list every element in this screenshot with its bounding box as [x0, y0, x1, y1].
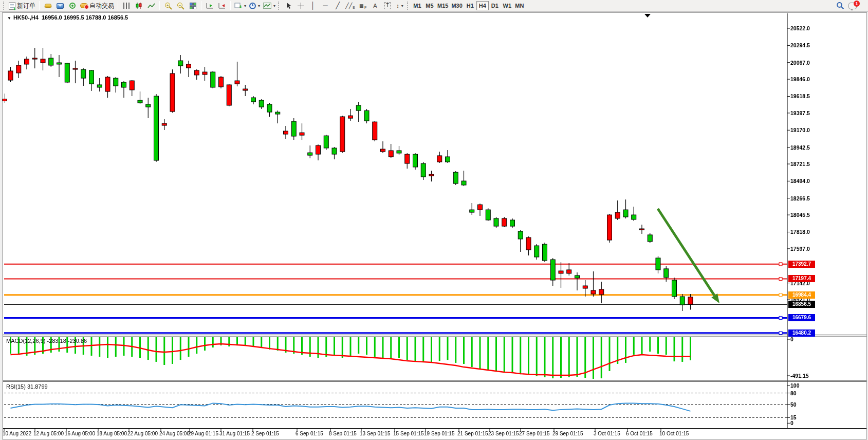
chat-icon: 1: [848, 3, 857, 9]
periods-button[interactable]: ▾: [248, 1, 262, 11]
tf-m5[interactable]: M5: [423, 1, 436, 10]
new-order-label: 新订单: [17, 2, 35, 10]
fibonacci-tool-button[interactable]: ≣ F: [357, 1, 369, 11]
chat-button[interactable]: 1: [846, 1, 859, 11]
line-chart-button[interactable]: [145, 1, 157, 11]
chart-symbol-period: HK50-,H4: [13, 14, 39, 21]
search-button[interactable]: [834, 1, 846, 11]
toolbar-grip[interactable]: [3, 2, 5, 10]
cursor-tool-button[interactable]: [282, 1, 294, 11]
tf-w1[interactable]: W1: [501, 1, 513, 10]
fibonacci-icon: ≣: [359, 2, 364, 9]
chart-shift-icon: [218, 2, 226, 9]
zoom-in-button[interactable]: +: [162, 1, 174, 11]
svg-text:+: +: [166, 3, 169, 7]
crosshair-icon: [297, 2, 305, 10]
tf-m15[interactable]: M15: [436, 1, 450, 10]
tf-d1[interactable]: D1: [489, 1, 501, 10]
toolbar-separator: [159, 1, 160, 10]
toolbar-separator: [39, 1, 40, 10]
collapse-triangle-icon: ▼: [7, 16, 11, 21]
periods-clock-icon: [249, 3, 256, 9]
trendline-tool-button[interactable]: ╱: [331, 1, 344, 11]
vertical-line-icon: │: [311, 2, 315, 9]
new-chart-icon: +: [234, 2, 242, 9]
autotrade-button[interactable]: 自动交易: [79, 1, 116, 11]
zoom-in-icon: +: [164, 2, 172, 10]
tf-h4-active[interactable]: H4: [476, 1, 489, 10]
chart-window[interactable]: [2, 12, 867, 439]
new-order-icon: +: [9, 2, 15, 10]
text-label-icon: T: [384, 2, 391, 9]
mailbox-icon: [57, 3, 64, 9]
tf-m30[interactable]: M30: [450, 1, 464, 10]
cursor-icon: [285, 2, 292, 9]
new-chart-button[interactable]: + ▾: [233, 1, 248, 11]
chart-ohlc-values: 16956.0 16995.5 16788.0 16856.5: [42, 14, 128, 21]
candlestick-chart-button[interactable]: [133, 1, 145, 11]
crosshair-tool-button[interactable]: [294, 1, 307, 11]
toolbar-grip[interactable]: [278, 2, 280, 10]
text-tool-button[interactable]: A: [369, 1, 381, 11]
autotrade-label: 自动交易: [89, 2, 114, 10]
tile-windows-icon: [190, 3, 196, 9]
channel-tool-button[interactable]: ╱╱ E: [344, 1, 357, 11]
line-chart-icon: [147, 3, 155, 9]
text-label-tool-button[interactable]: T: [381, 1, 394, 11]
search-icon: [836, 2, 844, 10]
arrows-tool-icon: ↕: [396, 2, 399, 9]
gold-icon: [44, 4, 52, 8]
bar-chart-icon: [123, 3, 130, 9]
tf-h1[interactable]: H1: [464, 1, 476, 10]
new-order-button[interactable]: + 新订单: [7, 1, 37, 11]
zoom-out-icon: −: [177, 2, 184, 10]
toolbar-separator: [201, 1, 201, 10]
chart-title: ▼HK50-,H4 16956.0 16995.5 16788.0 16856.…: [7, 14, 128, 21]
tf-m1[interactable]: M1: [411, 1, 423, 10]
indicators-button[interactable]: ▾: [262, 1, 277, 11]
horizontal-line-tool-button[interactable]: ─: [319, 1, 331, 11]
tf-mn[interactable]: MN: [513, 1, 526, 10]
toolbar-grip[interactable]: [407, 2, 409, 10]
gold-button[interactable]: [42, 1, 54, 11]
signal-button[interactable]: [66, 1, 79, 11]
svg-text:−: −: [178, 3, 181, 7]
text-tool-icon: A: [373, 2, 377, 9]
bar-chart-button[interactable]: [120, 1, 133, 11]
toolbar-separator: [230, 1, 231, 10]
svg-text:+: +: [239, 4, 242, 9]
signal-icon: [69, 3, 76, 9]
horizontal-line-icon: ─: [323, 2, 327, 9]
notification-badge: 1: [854, 1, 860, 7]
main-toolbar: + 新订单 自动交易 + −: [0, 0, 868, 12]
auto-scroll-button[interactable]: [204, 1, 216, 11]
autotrade-icon: [80, 3, 88, 8]
candlestick-chart-icon: [135, 2, 142, 9]
auto-scroll-icon: [206, 2, 214, 9]
channel-icon: ╱╱: [345, 2, 352, 9]
trendline-icon: ╱: [336, 2, 340, 9]
arrows-tool-button[interactable]: ↕ ▾: [394, 1, 406, 11]
zoom-out-button[interactable]: −: [174, 1, 187, 11]
tile-windows-button[interactable]: [187, 1, 199, 11]
trading-terminal: + 新订单 自动交易 + −: [0, 0, 868, 440]
chart-shift-button[interactable]: [216, 1, 228, 11]
mailbox-button[interactable]: [54, 1, 66, 11]
indicators-icon: [263, 2, 271, 9]
vertical-line-tool-button[interactable]: │: [307, 1, 319, 11]
toolbar-separator: [118, 1, 118, 10]
